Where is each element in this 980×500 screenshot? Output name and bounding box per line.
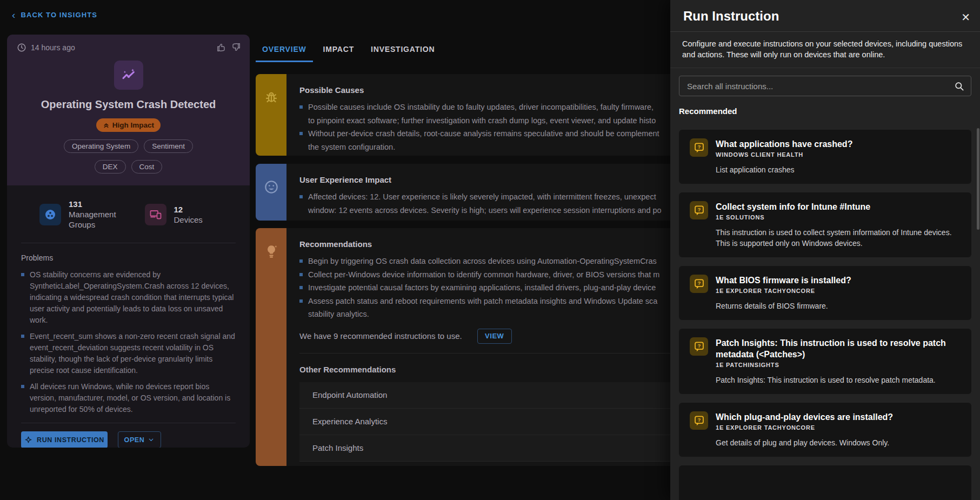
- problem-item: All devices run Windows, while no device…: [21, 381, 236, 415]
- scrollbar-thumb[interactable]: [977, 128, 979, 230]
- tab-bar: OVERVIEWIMPACTINVESTIGATION: [256, 44, 441, 62]
- bullet-marker: [299, 259, 303, 263]
- stat-label: Management Groups: [69, 209, 145, 230]
- run-instruction-button[interactable]: RUN INSTRUCTION: [21, 431, 108, 448]
- bug-icon: [256, 74, 286, 156]
- smiley-icon: [256, 164, 286, 221]
- problem-text: Event_recent_sum shows a non-zero recent…: [30, 331, 236, 376]
- instruction-body: What BIOS firmware is installed?1E EXPLO…: [716, 275, 851, 311]
- svg-text:?: ?: [697, 343, 701, 349]
- insight-card-body: 131Management Groups12Devices Problems O…: [7, 199, 250, 448]
- divider: [670, 31, 980, 32]
- bullet-line: Investigate potential causal factors by …: [299, 281, 729, 295]
- section-title-ux-impact: User Experience Impact: [299, 175, 729, 184]
- stat-text: 131Management Groups: [69, 199, 145, 230]
- search-icon[interactable]: [954, 81, 964, 91]
- bullet-marker: [299, 195, 303, 198]
- instruction-card-partial[interactable]: [679, 465, 971, 500]
- management-groups-icon: [39, 204, 61, 225]
- bullet-line: the system configuration.: [299, 141, 729, 154]
- insight-timestamp: 14 hours ago: [31, 43, 75, 52]
- bullet-text: the system configuration.: [308, 141, 395, 154]
- other-recommendation-row[interactable]: Experience Analytics: [299, 409, 729, 435]
- bullet-text: Affected devices: 12. User experience is…: [308, 190, 656, 204]
- search-box: [679, 76, 971, 96]
- stat-label: Devices: [174, 215, 203, 225]
- possible-causes-card: Possible Causes Possible causes include …: [256, 74, 742, 156]
- tab-overview[interactable]: OVERVIEW: [256, 44, 313, 62]
- search-input[interactable]: [686, 81, 954, 91]
- open-dropdown-button[interactable]: OPEN: [118, 431, 161, 448]
- instruction-card[interactable]: ?Patch Insights: This instruction is use…: [679, 329, 971, 394]
- view-button[interactable]: VIEW: [477, 329, 512, 344]
- back-to-insights-link[interactable]: ‹ BACK TO INSIGHTS: [12, 11, 97, 19]
- thumbs-down-icon[interactable]: [231, 42, 241, 52]
- run-instruction-label: RUN INSTRUCTION: [37, 436, 104, 444]
- insight-title: Operating System Crash Detected: [7, 98, 250, 111]
- recommendations-card: Recommendations Begin by triggering OS c…: [256, 228, 742, 466]
- section-title-possible-causes: Possible Causes: [299, 85, 729, 95]
- divider: [21, 243, 236, 243]
- other-recommendation-row[interactable]: Patch Insights: [299, 435, 729, 462]
- instruction-title: Patch Insights: This instruction is used…: [716, 337, 946, 349]
- bullet-line: Affected devices: 12. User experience is…: [299, 190, 729, 204]
- compass-icon: [24, 436, 32, 444]
- problem-text: All devices run Windows, while no device…: [30, 381, 236, 415]
- question-bubble-icon: ?: [690, 411, 708, 430]
- instruction-body: Which plug-and-play devices are installe…: [716, 411, 893, 448]
- instruction-description: Patch Insights: This instruction is used…: [716, 375, 946, 385]
- other-recommendation-label: Patch Insights: [312, 443, 363, 452]
- instruction-source: WINDOWS CLIENT HEALTH: [716, 151, 852, 158]
- bullet-line: Assess patch status and reboot requireme…: [299, 295, 729, 308]
- insight-card: 14 hours ago Operating System Crash Dete…: [7, 35, 250, 448]
- bullet-text: stability analytics.: [308, 308, 369, 321]
- impact-badge: High Impact: [96, 118, 161, 132]
- possible-causes-bullets: Possible causes include OS instability d…: [299, 101, 729, 154]
- instruction-title: Which plug-and-play devices are installe…: [716, 411, 893, 423]
- bullet-marker: [299, 132, 303, 135]
- bullet-marker: [21, 273, 24, 276]
- tag-pill: Cost: [131, 160, 163, 174]
- svg-text:?: ?: [697, 144, 701, 150]
- instruction-card[interactable]: ?Which plug-and-play devices are install…: [679, 403, 971, 457]
- recommendations-bullets: Begin by triggering OS crash data collec…: [299, 255, 729, 321]
- bullet-line: Begin by triggering OS crash data collec…: [299, 255, 729, 268]
- question-bubble-icon: ?: [690, 201, 708, 219]
- stat-value: 131: [69, 199, 145, 209]
- back-chevron-icon: ‹: [12, 11, 16, 19]
- stat-item: 131Management Groups: [39, 199, 145, 230]
- clock-icon: [17, 43, 26, 52]
- bullet-marker: [299, 286, 303, 289]
- back-link-label: BACK TO INSIGHTS: [21, 11, 97, 19]
- stat-text: 12Devices: [174, 204, 203, 225]
- problems-list: OS stability concerns are evidenced by S…: [21, 269, 236, 415]
- instruction-description: This is supported only on Windows device…: [716, 238, 952, 249]
- devices-icon: [145, 204, 166, 225]
- instruction-title: What applications have crashed?: [716, 138, 852, 150]
- instruction-card[interactable]: ?What applications have crashed?WINDOWS …: [679, 130, 971, 184]
- recommended-label: Recommended: [679, 106, 971, 116]
- instruction-description: List application crashes: [716, 164, 852, 175]
- thumbs-up-icon[interactable]: [216, 42, 226, 52]
- other-recommendation-row[interactable]: Endpoint Automation: [299, 382, 729, 409]
- divider: [21, 423, 236, 423]
- tag-pill: Sentiment: [144, 139, 193, 153]
- tags-row-2: DEXCost: [7, 160, 250, 174]
- ux-impact-bullets: Affected devices: 12. User experience is…: [299, 190, 729, 217]
- bullet-text: Possible causes include OS instability d…: [308, 101, 654, 114]
- insight-type-icon: [114, 61, 143, 90]
- impact-badge-label: High Impact: [112, 121, 154, 129]
- instruction-card[interactable]: ?What BIOS firmware is installed?1E EXPL…: [679, 266, 971, 320]
- run-instruction-drawer: Run Instruction ✕ Configure and execute …: [670, 0, 980, 500]
- tab-impact[interactable]: IMPACT: [317, 44, 361, 62]
- instruction-description: This instruction is used to collect syst…: [716, 227, 952, 238]
- recommended-count-text: We have 9 recommended instructions to us…: [299, 331, 462, 341]
- close-icon[interactable]: ✕: [961, 12, 970, 23]
- tab-investigation[interactable]: INVESTIGATION: [364, 44, 441, 62]
- tags-row-1: Operating SystemSentiment: [7, 139, 250, 153]
- bullet-line: window: 12 events across devices. Severi…: [299, 204, 729, 217]
- question-bubble-icon: ?: [690, 275, 708, 293]
- bullet-marker: [299, 105, 303, 109]
- instruction-card[interactable]: ?Collect system info for Intune #Intune1…: [679, 192, 971, 257]
- bullet-marker: [299, 273, 303, 276]
